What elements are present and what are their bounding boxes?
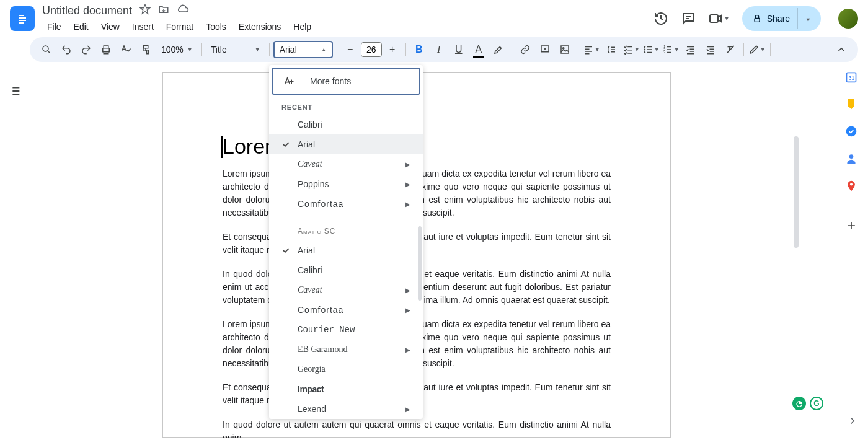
checklist-icon[interactable]: ▼ bbox=[622, 40, 640, 59]
font-option-caveat[interactable]: Caveat▶ bbox=[269, 280, 423, 300]
submenu-arrow-icon: ▶ bbox=[405, 201, 410, 208]
increase-indent-icon[interactable] bbox=[701, 40, 720, 59]
history-icon[interactable] bbox=[653, 11, 668, 26]
tasks-icon[interactable] bbox=[845, 125, 857, 138]
highlight-button[interactable] bbox=[489, 40, 508, 59]
italic-button[interactable]: I bbox=[430, 40, 448, 59]
font-name-label: Poppins bbox=[298, 179, 405, 189]
keep-icon[interactable] bbox=[845, 98, 857, 110]
font-option-eb-garamond[interactable]: EB Garamond▶ bbox=[269, 340, 423, 359]
hide-side-panel-icon[interactable] bbox=[847, 415, 858, 429]
zoom-select[interactable]: 100%▼ bbox=[156, 45, 198, 55]
font-option-poppins[interactable]: Poppins▶ bbox=[269, 174, 423, 194]
menu-edit[interactable]: Edit bbox=[69, 19, 94, 34]
insert-comment-icon[interactable] bbox=[536, 40, 554, 59]
font-name-label: Amatic SC bbox=[298, 227, 410, 235]
font-select[interactable]: Arial▲ bbox=[273, 41, 333, 58]
submenu-arrow-icon: ▶ bbox=[405, 181, 410, 188]
svg-point-16 bbox=[846, 126, 856, 137]
menu-insert[interactable]: Insert bbox=[127, 19, 159, 34]
share-button[interactable]: Share ▼ bbox=[742, 6, 821, 31]
insert-link-icon[interactable] bbox=[516, 40, 534, 59]
contacts-icon[interactable] bbox=[845, 152, 857, 165]
vertical-scrollbar[interactable] bbox=[794, 136, 799, 248]
submenu-arrow-icon: ▶ bbox=[405, 307, 410, 314]
submenu-arrow-icon: ▶ bbox=[405, 406, 410, 413]
font-option-arial[interactable]: Arial bbox=[269, 134, 423, 154]
svg-point-7 bbox=[562, 48, 564, 49]
svg-text:31: 31 bbox=[848, 75, 854, 81]
search-icon[interactable] bbox=[37, 40, 56, 59]
increase-font-icon[interactable]: + bbox=[383, 40, 402, 59]
font-name-label: Comfortaa bbox=[298, 199, 405, 209]
calendar-icon[interactable]: 31 bbox=[845, 71, 857, 83]
insert-image-icon[interactable] bbox=[556, 40, 574, 59]
docs-logo[interactable] bbox=[10, 6, 35, 31]
bold-button[interactable]: B bbox=[410, 40, 428, 59]
account-avatar[interactable] bbox=[838, 9, 858, 29]
move-icon[interactable] bbox=[158, 4, 169, 17]
font-option-amatic-sc[interactable]: Amatic SC bbox=[269, 222, 423, 240]
maps-icon[interactable] bbox=[845, 180, 857, 192]
svg-rect-1 bbox=[710, 15, 718, 22]
document-title[interactable]: Untitled document bbox=[42, 4, 132, 17]
font-option-georgia[interactable]: Georgia bbox=[269, 359, 423, 379]
align-button[interactable]: ▼ bbox=[582, 40, 601, 59]
recent-section-label: RECENT bbox=[269, 97, 423, 115]
font-option-impact[interactable]: Impact bbox=[269, 379, 423, 399]
text-color-button[interactable]: A bbox=[469, 40, 488, 59]
line-spacing-icon[interactable] bbox=[602, 40, 621, 59]
editing-mode-icon[interactable]: ▼ bbox=[748, 40, 766, 59]
share-label: Share bbox=[767, 14, 790, 24]
font-option-courier-new[interactable]: Courier New bbox=[269, 320, 423, 340]
font-option-comfortaa[interactable]: Comfortaa▶ bbox=[269, 194, 423, 214]
menu-extensions[interactable]: Extensions bbox=[234, 19, 286, 34]
menu-help[interactable]: Help bbox=[288, 19, 316, 34]
check-icon bbox=[281, 140, 298, 149]
menu-view[interactable]: View bbox=[96, 19, 125, 34]
add-addon-icon[interactable] bbox=[845, 219, 857, 232]
font-option-calibri[interactable]: Calibri bbox=[269, 115, 423, 134]
bulleted-list-icon[interactable]: ▼ bbox=[642, 40, 660, 59]
meet-icon[interactable]: ▼ bbox=[708, 11, 730, 26]
font-option-lexend[interactable]: Lexend▶ bbox=[269, 399, 423, 419]
check-icon bbox=[281, 246, 298, 255]
star-icon[interactable] bbox=[140, 4, 151, 17]
more-fonts-button[interactable]: More fonts bbox=[272, 68, 420, 95]
separator bbox=[405, 43, 406, 56]
menu-tools[interactable]: Tools bbox=[201, 19, 231, 34]
collapse-toolbar-icon[interactable] bbox=[832, 40, 851, 59]
clear-format-icon[interactable] bbox=[721, 40, 740, 59]
font-option-caveat[interactable]: Caveat▶ bbox=[269, 154, 423, 174]
cloud-status-icon[interactable] bbox=[177, 3, 189, 18]
menu-file[interactable]: File bbox=[42, 19, 66, 34]
spellcheck-icon[interactable] bbox=[117, 40, 135, 59]
undo-icon[interactable] bbox=[57, 40, 76, 59]
font-option-arial[interactable]: Arial bbox=[269, 240, 423, 260]
separator bbox=[269, 43, 270, 56]
toolbar: 100%▼ Title▼ Arial▲ − + B I U A ▼ ▼ ▼ 12… bbox=[30, 37, 858, 62]
print-icon[interactable] bbox=[97, 40, 115, 59]
decrease-font-icon[interactable]: − bbox=[341, 40, 360, 59]
menu-format[interactable]: Format bbox=[161, 19, 198, 34]
grammarly-icon[interactable]: G bbox=[810, 397, 823, 410]
numbered-list-icon[interactable]: 123▼ bbox=[662, 40, 680, 59]
paragraph-style-select[interactable]: Title▼ bbox=[206, 45, 265, 55]
font-option-comfortaa[interactable]: Comfortaa▶ bbox=[269, 300, 423, 320]
redo-icon[interactable] bbox=[77, 40, 95, 59]
paint-format-icon[interactable] bbox=[136, 40, 155, 59]
font-size-input[interactable] bbox=[361, 42, 382, 57]
add-font-icon bbox=[283, 75, 295, 87]
outline-icon[interactable] bbox=[8, 84, 22, 438]
font-option-calibri[interactable]: Calibri bbox=[269, 260, 423, 280]
comments-icon[interactable] bbox=[681, 11, 696, 26]
separator bbox=[770, 43, 771, 56]
underline-button[interactable]: U bbox=[450, 40, 468, 59]
lock-icon bbox=[752, 14, 762, 24]
decrease-indent-icon[interactable] bbox=[681, 40, 700, 59]
share-dropdown[interactable]: ▼ bbox=[797, 8, 816, 29]
font-name-label: Comfortaa bbox=[298, 305, 405, 315]
paragraph: In quod dolore ut autem autem qui quaera… bbox=[223, 418, 611, 438]
grammarly-badge[interactable]: ◔ bbox=[792, 397, 806, 410]
menu-scrollbar[interactable] bbox=[418, 226, 422, 301]
